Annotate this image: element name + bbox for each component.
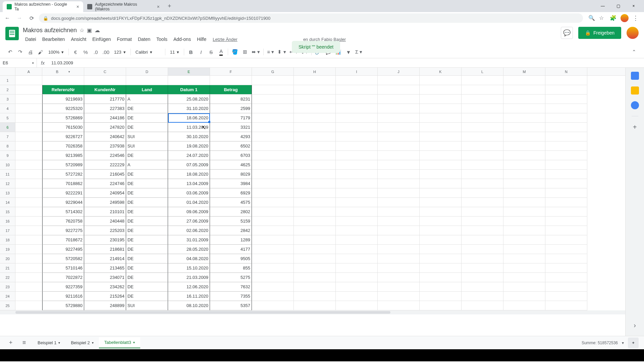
close-icon[interactable]: × xyxy=(76,4,79,9)
cell[interactable] xyxy=(336,254,378,263)
cell[interactable] xyxy=(378,198,420,207)
cell[interactable] xyxy=(545,226,587,235)
cell[interactable] xyxy=(15,226,42,235)
browser-tab-active[interactable]: Makros aufzeichnen - Google Ta × xyxy=(3,1,83,12)
cell[interactable] xyxy=(545,235,587,245)
cell[interactable]: DE xyxy=(126,292,168,301)
cell[interactable] xyxy=(252,301,294,310)
cell[interactable] xyxy=(545,104,587,113)
cell[interactable]: 3984 xyxy=(210,179,252,188)
cell[interactable] xyxy=(462,273,503,282)
font-size-select[interactable]: 11 ▾ xyxy=(167,50,182,55)
cell[interactable]: 9225320 xyxy=(42,104,84,113)
cell[interactable] xyxy=(420,151,462,160)
cell[interactable]: DE xyxy=(126,113,168,123)
cell[interactable] xyxy=(503,282,545,292)
zoom-select[interactable]: 100% ▾ xyxy=(46,50,66,55)
document-title[interactable]: Makros aufzeichnen xyxy=(23,27,77,34)
cell[interactable]: 222229 xyxy=(84,160,126,170)
cell[interactable] xyxy=(378,95,420,104)
cell[interactable] xyxy=(336,95,378,104)
close-icon[interactable]: × xyxy=(157,4,160,9)
cell[interactable] xyxy=(294,85,336,95)
cell[interactable]: DE xyxy=(126,170,168,179)
cell[interactable]: DE xyxy=(126,123,168,132)
cell[interactable] xyxy=(420,170,462,179)
row-header[interactable]: 5 xyxy=(0,113,15,123)
cell[interactable] xyxy=(420,198,462,207)
cell[interactable]: 09.06.2009 xyxy=(168,207,210,217)
cell[interactable] xyxy=(15,301,42,310)
format-select[interactable]: 123 ▾ xyxy=(111,50,128,55)
cell[interactable]: 02.06.2020 xyxy=(168,226,210,235)
row-header[interactable]: 3 xyxy=(0,95,15,104)
cell[interactable] xyxy=(15,263,42,273)
cell[interactable]: 237938 xyxy=(84,141,126,151)
cell[interactable]: 5159 xyxy=(210,217,252,226)
decrease-decimal-button[interactable]: .0 xyxy=(91,47,100,57)
cell[interactable] xyxy=(420,141,462,151)
cell[interactable] xyxy=(252,245,294,254)
cell[interactable]: 216045 xyxy=(84,170,126,179)
cell[interactable]: 234071 xyxy=(84,273,126,282)
cell[interactable]: SUI xyxy=(126,132,168,141)
cell[interactable] xyxy=(336,235,378,245)
cell[interactable]: 9226727 xyxy=(42,132,84,141)
cell[interactable] xyxy=(15,76,42,85)
cell[interactable]: 18.08.2020 xyxy=(168,170,210,179)
cell[interactable] xyxy=(168,76,210,85)
cell[interactable]: 7355 xyxy=(210,292,252,301)
cell[interactable] xyxy=(252,132,294,141)
cell[interactable] xyxy=(294,235,336,245)
column-header-I[interactable]: I xyxy=(336,68,378,75)
row-header[interactable]: 19 xyxy=(0,245,15,254)
cell[interactable]: 5710146 xyxy=(42,263,84,273)
cell[interactable] xyxy=(378,113,420,123)
cell[interactable]: 218681 xyxy=(84,245,126,254)
cell[interactable] xyxy=(378,263,420,273)
percent-button[interactable]: % xyxy=(81,47,90,57)
cell[interactable]: DE xyxy=(126,273,168,282)
cell[interactable] xyxy=(462,141,503,151)
cell[interactable] xyxy=(252,263,294,273)
cell[interactable] xyxy=(545,132,587,141)
cell[interactable] xyxy=(378,104,420,113)
row-header[interactable]: 7 xyxy=(0,132,15,141)
table-header[interactable]: Datum 1 xyxy=(168,85,210,95)
cell[interactable] xyxy=(336,160,378,170)
cell[interactable] xyxy=(462,188,503,198)
close-window-button[interactable]: × xyxy=(626,1,641,11)
cell[interactable]: 5726869 xyxy=(42,113,84,123)
cell[interactable]: 19.08.2020 xyxy=(168,141,210,151)
row-header[interactable]: 16 xyxy=(0,217,15,226)
table-header[interactable]: ReferenzNr xyxy=(42,85,84,95)
cell[interactable] xyxy=(462,292,503,301)
cell[interactable] xyxy=(294,198,336,207)
back-button[interactable]: ← xyxy=(3,13,12,23)
cell[interactable] xyxy=(503,76,545,85)
cell[interactable]: 249598 xyxy=(84,198,126,207)
cell[interactable] xyxy=(503,245,545,254)
cell[interactable]: 7026358 xyxy=(42,141,84,151)
calendar-icon[interactable] xyxy=(631,72,639,80)
cell[interactable]: 7620758 xyxy=(42,217,84,226)
cell[interactable] xyxy=(503,160,545,170)
cell[interactable]: DE xyxy=(126,263,168,273)
cell[interactable] xyxy=(503,273,545,282)
cell[interactable] xyxy=(420,245,462,254)
row-header[interactable]: 23 xyxy=(0,282,15,292)
cell[interactable] xyxy=(545,179,587,188)
cell[interactable]: 5720582 xyxy=(42,254,84,263)
cell[interactable]: 6502 xyxy=(210,141,252,151)
cell[interactable]: 1289 xyxy=(210,235,252,245)
cell[interactable] xyxy=(462,179,503,188)
cell[interactable] xyxy=(545,123,587,132)
cell[interactable] xyxy=(252,160,294,170)
cell[interactable]: 9505 xyxy=(210,254,252,263)
cell[interactable] xyxy=(420,217,462,226)
cell[interactable] xyxy=(15,85,42,95)
cell[interactable] xyxy=(545,113,587,123)
cell[interactable] xyxy=(420,282,462,292)
cell[interactable] xyxy=(545,85,587,95)
cell[interactable] xyxy=(462,132,503,141)
